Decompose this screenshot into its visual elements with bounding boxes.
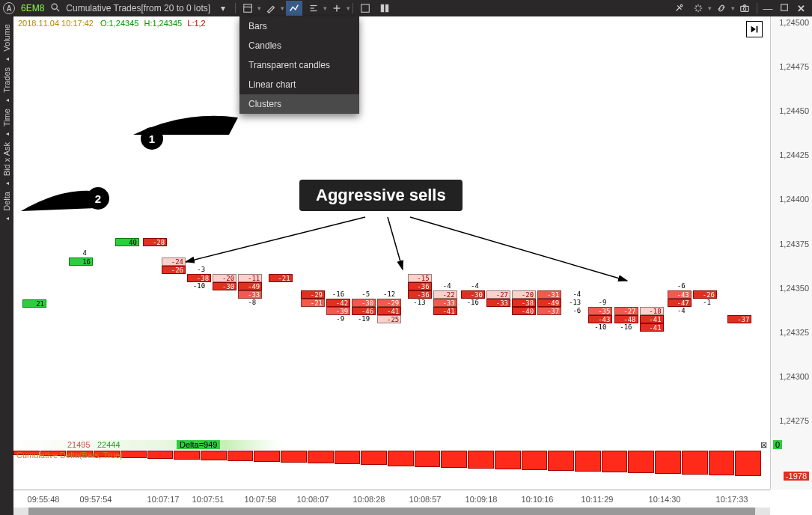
cluster-cell[interactable]: -35	[588, 307, 612, 315]
dd-item-clusters[interactable]: Clusters	[239, 94, 359, 114]
cluster-cell[interactable]: -16	[326, 290, 346, 299]
cluster-cell[interactable]: -25	[377, 315, 401, 323]
cluster-cell[interactable]: -21	[301, 299, 325, 307]
hscrollbar-thumb[interactable]	[28, 508, 755, 515]
cluster-cell[interactable]: -26	[162, 266, 186, 274]
cluster-cell[interactable]: -41	[640, 315, 664, 323]
templates-icon[interactable]	[239, 1, 256, 16]
side-label-time[interactable]: Time	[2, 109, 11, 127]
cluster-cell[interactable]: -40	[512, 307, 536, 315]
cluster-cell[interactable]: -49	[238, 282, 262, 290]
price-axis[interactable]: -1978 1,245001,244751,244501,244251,2440…	[770, 16, 812, 490]
chart-canvas[interactable]: 2018.11.04 10:17:42 O:1,24345 H:1,24345 …	[13, 16, 770, 490]
cluster-cell[interactable]: -13	[563, 299, 582, 307]
chart-type-button[interactable]	[286, 1, 302, 16]
cluster-cell[interactable]: -3	[187, 266, 207, 274]
cluster-cell[interactable]: -18	[640, 307, 664, 315]
dd-item-linear[interactable]: Linear chart	[239, 75, 359, 94]
dd-item-transparent[interactable]: Transparent candles	[239, 55, 359, 75]
cluster-cell[interactable]: -22	[433, 290, 457, 299]
cluster-cell[interactable]: -33	[486, 299, 510, 307]
side-label-volume[interactable]: Volume	[2, 24, 11, 52]
cluster-cell[interactable]: 4	[69, 249, 88, 258]
cluster-cell[interactable]: -46	[352, 307, 376, 315]
side-label-bidask[interactable]: Bid x Ask	[2, 142, 11, 176]
cluster-cell[interactable]: -10	[588, 323, 608, 332]
alignment-icon[interactable]	[305, 1, 322, 16]
search-icon[interactable]	[50, 2, 60, 14]
cluster-cell[interactable]: -16	[461, 299, 480, 307]
cluster-cell[interactable]: -41	[640, 323, 664, 332]
cluster-cell[interactable]: -48	[614, 315, 638, 323]
cluster-cell[interactable]: -31	[537, 290, 561, 299]
cluster-cell[interactable]: -15	[408, 274, 432, 282]
cluster-cell[interactable]: -39	[326, 307, 350, 315]
cluster-cell[interactable]: -27	[486, 290, 510, 299]
cluster-cell[interactable]: -13	[408, 299, 427, 307]
cluster-cell[interactable]: -20	[213, 274, 236, 282]
cluster-cell[interactable]: -4	[461, 282, 480, 290]
cluster-cell[interactable]: -38	[512, 299, 536, 307]
cluster-cell[interactable]: -30	[213, 282, 236, 290]
screenshot-icon[interactable]	[736, 1, 753, 16]
cluster-cell[interactable]: -10	[187, 282, 207, 290]
cluster-cell[interactable]: -41	[377, 307, 401, 315]
close-button[interactable]: ✕	[793, 3, 809, 14]
cluster-cell[interactable]: -41	[433, 307, 457, 315]
minimize-button[interactable]: —	[760, 3, 776, 14]
cluster-cell[interactable]: -21	[269, 274, 293, 282]
cluster-cell[interactable]: -26	[693, 290, 717, 299]
cluster-cell[interactable]: -29	[301, 290, 325, 299]
time-axis[interactable]: 09:55:4809:57:5410:07:1710:07:5110:07:58…	[13, 490, 770, 515]
magic-icon[interactable]	[690, 1, 706, 16]
dd-item-candles[interactable]: Candles	[239, 36, 359, 55]
cluster-cell[interactable]: -4	[433, 282, 453, 290]
cluster-cell[interactable]: -4	[563, 290, 582, 299]
cluster-cell[interactable]: -11	[238, 274, 262, 282]
maximize-button[interactable]	[776, 3, 793, 14]
cluster-cell[interactable]: -30	[461, 290, 485, 299]
cluster-cell[interactable]: -36	[408, 290, 432, 299]
cluster-cell[interactable]: -42	[326, 299, 350, 307]
cluster-cell[interactable]: -43	[588, 315, 612, 323]
cluster-cell[interactable]: -38	[187, 274, 211, 282]
cluster-cell[interactable]: 21	[22, 299, 46, 308]
tools-icon[interactable]	[671, 1, 687, 16]
dd-item-bars[interactable]: Bars	[239, 16, 359, 36]
ticker-symbol[interactable]: 6EM8	[21, 3, 44, 13]
cluster-cell[interactable]: -43	[668, 290, 692, 299]
cluster-cell[interactable]: -36	[408, 282, 432, 290]
delta-close-icon[interactable]: ⊠	[760, 440, 767, 450]
cluster-cell[interactable]: -6	[668, 282, 687, 290]
cluster-cell[interactable]: -24	[162, 258, 186, 266]
cluster-cell[interactable]: -30	[352, 299, 376, 307]
hscrollbar-track[interactable]	[13, 508, 770, 515]
cluster-cell[interactable]: -49	[537, 299, 561, 307]
cluster-cell[interactable]: -28	[143, 238, 167, 246]
cluster-cell[interactable]: -16	[614, 323, 634, 332]
add-icon[interactable]	[329, 1, 345, 16]
cluster-cell[interactable]: -5	[352, 290, 371, 299]
panel-single-icon[interactable]	[357, 1, 373, 16]
skip-to-end-button[interactable]	[746, 21, 763, 37]
cluster-cell[interactable]: -27	[614, 307, 638, 315]
indicator-name[interactable]: Cumulative Trades[from 20 to 0 lots]	[66, 3, 210, 13]
cluster-cell[interactable]: -29	[377, 299, 401, 307]
side-label-trades[interactable]: Trades	[2, 67, 11, 93]
cluster-cell[interactable]: 40	[115, 238, 139, 246]
cluster-cell[interactable]: -19	[352, 315, 371, 323]
link-icon[interactable]	[713, 1, 730, 16]
side-label-delta[interactable]: Delta	[2, 192, 11, 211]
cluster-cell[interactable]: -33	[238, 290, 262, 299]
indicator-dropdown-icon[interactable]: ▾	[215, 1, 231, 16]
cluster-cell[interactable]: -37	[537, 307, 561, 315]
cluster-cell[interactable]: 16	[69, 258, 93, 266]
cluster-cell[interactable]: -37	[727, 315, 751, 323]
cluster-cell[interactable]: -33	[433, 299, 457, 307]
panel-split-icon[interactable]	[376, 1, 393, 16]
cluster-cell[interactable]: -9	[326, 315, 346, 323]
cluster-cell[interactable]: -4	[668, 307, 687, 315]
cluster-cell[interactable]: -12	[377, 290, 397, 299]
cluster-cell[interactable]: -6	[563, 307, 582, 315]
cluster-cell[interactable]: -1	[693, 299, 712, 307]
